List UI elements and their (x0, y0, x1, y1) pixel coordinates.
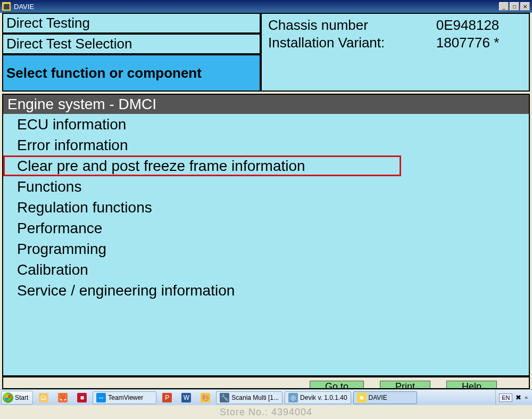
start-label: Start (15, 394, 28, 401)
list-item[interactable]: Error information (3, 135, 529, 155)
taskbar-item-davie[interactable]: ■DAVIE (353, 391, 417, 404)
taskbar-item-label: TeamViewer (108, 394, 143, 401)
list-item[interactable]: Service / engineering information (3, 280, 529, 301)
prompt-label: Select function or component (2, 54, 261, 92)
taskbar-item-red[interactable]: ■ (73, 391, 90, 404)
variant-label: Installation Variant: (268, 35, 419, 51)
app-body: Direct Testing Direct Test Selection Sel… (2, 13, 530, 389)
taskbar-item-label: Scania Multi [1... (231, 394, 279, 401)
maximize-button[interactable]: □ (510, 2, 519, 11)
tray-network-icon[interactable]: ✖ (516, 393, 521, 401)
language-indicator[interactable]: EN (499, 393, 512, 402)
minimize-button[interactable]: _ (499, 2, 509, 11)
list-item[interactable]: Calibration (3, 259, 529, 280)
function-list: Engine system - DMCI ECU informationErro… (2, 94, 530, 376)
word-icon: W (181, 393, 191, 402)
breadcrumb-panel: Direct Testing Direct Test Selection Sel… (2, 13, 261, 92)
bottom-bar: Go to Print Help (2, 376, 530, 389)
system-tray: EN ✖ « (495, 390, 531, 405)
close-button[interactable]: ✕ (520, 2, 530, 11)
davie-icon: ■ (357, 393, 367, 402)
list-item[interactable]: Programming (3, 239, 529, 259)
list-item[interactable]: Clear pre and post freeze frame informat… (3, 155, 401, 176)
taskbar-item-devik[interactable]: ◎Devik v. 1.0.1.40 (285, 391, 351, 404)
chassis-label: Chassis number (268, 17, 419, 34)
titlebar: ⬛ DAVIE _ □ ✕ (0, 0, 532, 13)
breadcrumb-1[interactable]: Direct Testing (2, 13, 261, 34)
red-icon: ■ (77, 393, 87, 402)
list-item[interactable]: Regulation functions (3, 197, 529, 218)
teamviewer-icon: ↔ (96, 393, 106, 402)
taskbar-item-label: Devik v. 1.0.1.40 (300, 394, 347, 401)
window-title: DAVIE (14, 3, 34, 11)
list-item[interactable]: ECU information (3, 114, 529, 135)
variant-value: 1807776 * (420, 35, 522, 51)
chassis-value: 0E948128 (420, 17, 522, 34)
taskbar-item-explorer[interactable]: 🗂 (35, 391, 52, 404)
taskbar-item-paint[interactable]: 🎨 (197, 391, 214, 404)
app-icon: ⬛ (2, 2, 11, 11)
vehicle-info-panel: Chassis number 0E948128 Installation Var… (261, 13, 530, 92)
list-item[interactable]: Performance (3, 218, 529, 239)
top-panel: Direct Testing Direct Test Selection Sel… (2, 13, 530, 92)
taskbar-item-firefox[interactable]: 🦊 (54, 391, 71, 404)
windows-icon (3, 392, 13, 403)
list-item[interactable]: Functions (3, 176, 529, 197)
taskbar-item-scania[interactable]: 🔧Scania Multi [1... (216, 391, 282, 404)
paint-icon: 🎨 (201, 393, 210, 402)
help-button[interactable]: Help (446, 381, 497, 389)
tray-chevron-icon[interactable]: « (525, 395, 528, 400)
watermark: Store No.: 4394004 (0, 407, 532, 418)
taskbar-item-word[interactable]: W (178, 391, 195, 404)
firefox-icon: 🦊 (58, 393, 68, 402)
powerpoint-icon: P (162, 393, 172, 402)
taskbar-item-teamviewer[interactable]: ↔TeamViewer (93, 391, 156, 404)
scania-icon: 🔧 (220, 393, 229, 402)
taskbar-item-powerpoint[interactable]: P (159, 391, 176, 404)
window-controls: _ □ ✕ (499, 2, 530, 11)
goto-button[interactable]: Go to (310, 381, 364, 389)
breadcrumb-2[interactable]: Direct Test Selection (2, 34, 261, 54)
start-button[interactable]: Start (1, 391, 33, 405)
taskbar: Start 🗂🦊■↔TeamViewerPW🎨🔧Scania Multi [1.… (0, 389, 532, 405)
devik-icon: ◎ (288, 393, 298, 402)
list-group-header: Engine system - DMCI (3, 95, 529, 114)
print-button[interactable]: Print (380, 381, 430, 389)
taskbar-item-label: DAVIE (369, 394, 387, 401)
explorer-icon: 🗂 (39, 393, 48, 402)
